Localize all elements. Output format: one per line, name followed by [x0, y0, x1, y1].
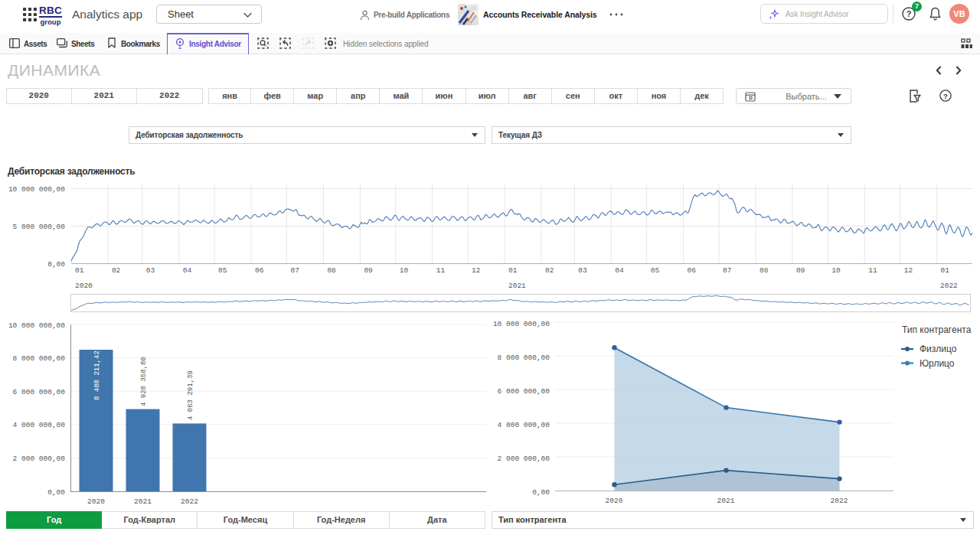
- svg-text:0,00: 0,00: [532, 488, 550, 497]
- svg-text:2 000 000,00: 2 000 000,00: [498, 455, 550, 463]
- svg-text:2022: 2022: [831, 497, 848, 505]
- svg-text:Юрлицо: Юрлицо: [920, 358, 955, 369]
- svg-text:Тип контрагента: Тип контрагента: [902, 324, 972, 335]
- svg-text:6 000 000,00: 6 000 000,00: [498, 387, 550, 396]
- svg-text:8 000 000,00: 8 000 000,00: [498, 354, 550, 362]
- svg-text:2020: 2020: [606, 497, 623, 505]
- svg-text:Физлицо: Физлицо: [920, 344, 957, 354]
- svg-text:10 000 000,00: 10 000 000,00: [493, 320, 550, 328]
- svg-text:2021: 2021: [717, 497, 735, 505]
- svg-text:4 000 000,00: 4 000 000,00: [498, 421, 550, 429]
